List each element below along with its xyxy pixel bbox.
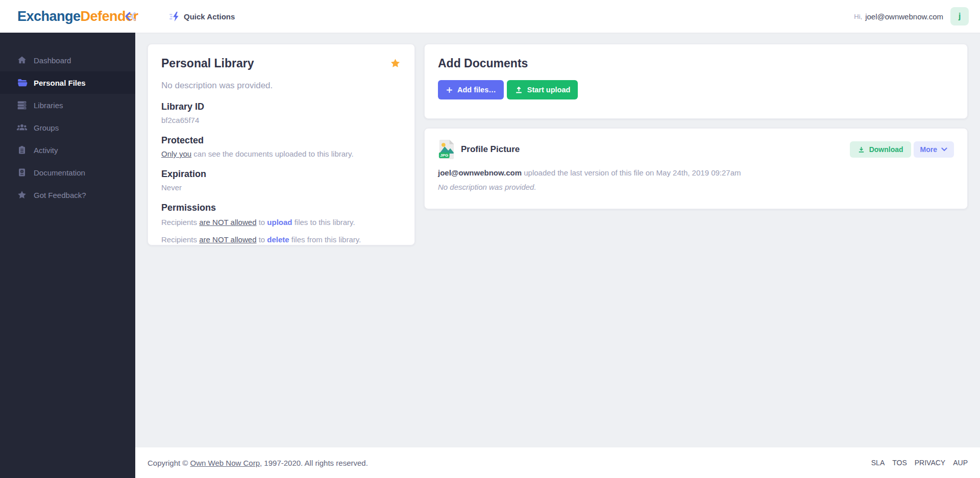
greeting-text: Hi, bbox=[854, 13, 862, 20]
sidebar-item-personal-files[interactable]: Personal Files bbox=[0, 71, 135, 94]
upload-permission-link[interactable]: upload bbox=[267, 218, 292, 227]
personal-library-card: Personal Library No description was prov… bbox=[148, 44, 415, 245]
permission-upload-line: Recipients are NOT allowed to upload fil… bbox=[161, 218, 401, 227]
perm-delete-mid: to bbox=[256, 235, 267, 244]
footer-link-aup[interactable]: AUP bbox=[953, 459, 968, 467]
sidebar-item-label: Dashboard bbox=[34, 56, 71, 65]
perm-upload-suffix: files to this library. bbox=[292, 218, 355, 227]
copyright-text: Copyright © Own Web Now Corp, 1997-2020.… bbox=[148, 459, 368, 467]
sidebar-collapse-button[interactable] bbox=[124, 11, 138, 21]
favorite-star-icon[interactable] bbox=[389, 58, 401, 69]
file-title: Profile Picture bbox=[461, 144, 520, 155]
avatar-initial: j bbox=[959, 11, 961, 21]
clipboard-icon bbox=[16, 144, 28, 156]
footer-link-sla[interactable]: SLA bbox=[871, 459, 885, 467]
logo-text-exchange: Exchange bbox=[17, 9, 81, 24]
file-upload-info-text: uploaded the last version of this file o… bbox=[522, 168, 741, 177]
user-email[interactable]: joel@ownwebnow.com bbox=[865, 12, 943, 21]
sidebar-item-activity[interactable]: Activity bbox=[0, 139, 135, 161]
stack-icon bbox=[16, 99, 28, 111]
sidebar-item-label: Activity bbox=[34, 146, 58, 155]
chevron-down-icon bbox=[941, 147, 947, 152]
exchangedefender-logo[interactable]: ExchangeDefender bbox=[17, 5, 112, 28]
perm-upload-mid: to bbox=[256, 218, 267, 227]
more-button[interactable]: More bbox=[914, 141, 954, 158]
sidebar-item-label: Groups bbox=[34, 123, 59, 132]
content: Personal Library No description was prov… bbox=[135, 33, 980, 447]
plus-icon bbox=[446, 86, 453, 94]
sidebar-item-libraries[interactable]: Libraries bbox=[0, 94, 135, 116]
file-description: No description was provided. bbox=[438, 183, 954, 191]
sidebar-item-label: Documentation bbox=[34, 168, 85, 177]
start-upload-label: Start upload bbox=[527, 86, 571, 94]
sidebar-item-label: Personal Files bbox=[34, 79, 86, 87]
start-upload-button[interactable]: Start upload bbox=[507, 80, 578, 99]
more-label: More bbox=[920, 145, 937, 154]
sidebar: Dashboard Personal Files bbox=[0, 33, 135, 478]
add-files-label: Add files… bbox=[457, 86, 496, 94]
home-icon bbox=[16, 55, 28, 66]
perm-delete-suffix: files from this library. bbox=[289, 235, 361, 244]
footer-links: SLA TOS PRIVACY AUP bbox=[871, 459, 968, 467]
chevron-double-left-icon bbox=[124, 11, 138, 21]
jpg-file-icon: JPG bbox=[438, 139, 455, 160]
perm-upload-underline: are NOT allowed bbox=[199, 218, 256, 227]
top-header: ExchangeDefender Quick Actions Hi, joel@… bbox=[0, 0, 980, 33]
expiration-heading: Expiration bbox=[161, 169, 401, 180]
sidebar-item-label: Libraries bbox=[34, 101, 63, 110]
avatar[interactable]: j bbox=[950, 7, 969, 26]
users-icon bbox=[16, 122, 28, 133]
sidebar-item-dashboard[interactable]: Dashboard bbox=[0, 49, 135, 71]
folder-open-icon bbox=[16, 77, 28, 88]
library-description: No description was provided. bbox=[161, 81, 401, 91]
file-row-card: JPG Profile Picture Download bbox=[424, 128, 968, 209]
permission-delete-line: Recipients are NOT allowed to delete fil… bbox=[161, 235, 401, 244]
perm-delete-prefix: Recipients bbox=[161, 235, 199, 244]
logo-text: ExchangeDefender bbox=[17, 9, 138, 24]
jpg-badge-text: JPG bbox=[440, 153, 448, 158]
copyright-prefix: Copyright © bbox=[148, 459, 190, 467]
footer-link-privacy[interactable]: PRIVACY bbox=[915, 459, 945, 467]
company-link[interactable]: Own Web Now Corp bbox=[190, 459, 260, 467]
footer-link-tos[interactable]: TOS bbox=[892, 459, 907, 467]
quick-actions-label: Quick Actions bbox=[184, 12, 235, 21]
download-button[interactable]: Download bbox=[850, 141, 911, 158]
library-id-value: bf2ca65f74 bbox=[161, 116, 401, 124]
protected-text-rest: can see the documents uploaded to this l… bbox=[191, 149, 353, 158]
perm-delete-underline: are NOT allowed bbox=[199, 235, 256, 244]
book-icon bbox=[16, 167, 28, 178]
add-documents-card: Add Documents Add files… Start upload bbox=[424, 44, 968, 119]
file-uploader-email: joel@ownwebnow.com bbox=[438, 168, 522, 177]
add-files-button[interactable]: Add files… bbox=[438, 80, 504, 99]
download-label: Download bbox=[869, 145, 903, 154]
library-id-heading: Library ID bbox=[161, 102, 401, 112]
protected-only-you-link[interactable]: Only you bbox=[161, 149, 191, 158]
upload-icon bbox=[514, 86, 523, 94]
star-icon bbox=[16, 189, 28, 200]
main-area: Personal Library No description was prov… bbox=[135, 33, 980, 478]
perm-upload-prefix: Recipients bbox=[161, 218, 199, 227]
delete-permission-link[interactable]: delete bbox=[267, 235, 289, 244]
sidebar-item-documentation[interactable]: Documentation bbox=[0, 161, 135, 184]
quick-actions-button[interactable]: Quick Actions bbox=[169, 11, 235, 22]
lightning-bolt-icon bbox=[169, 11, 180, 22]
right-column: Add Documents Add files… Start upload bbox=[424, 44, 968, 209]
protected-text: Only you can see the documents uploaded … bbox=[161, 149, 401, 158]
library-card-title: Personal Library bbox=[161, 57, 254, 70]
expiration-value: Never bbox=[161, 183, 401, 192]
app-root: ExchangeDefender Quick Actions Hi, joel@… bbox=[0, 0, 980, 478]
header-user-area: Hi, joel@ownwebnow.com j bbox=[854, 7, 969, 26]
sidebar-item-label: Got Feedback? bbox=[34, 191, 86, 199]
footer: Copyright © Own Web Now Corp, 1997-2020.… bbox=[135, 447, 980, 478]
file-upload-info: joel@ownwebnow.com uploaded the last ver… bbox=[438, 168, 954, 177]
add-documents-title: Add Documents bbox=[438, 57, 954, 70]
protected-heading: Protected bbox=[161, 135, 401, 146]
sidebar-item-got-feedback[interactable]: Got Feedback? bbox=[0, 184, 135, 206]
copyright-suffix: , 1997-2020. All rights reserved. bbox=[260, 459, 368, 467]
permissions-heading: Permissions bbox=[161, 203, 401, 213]
sidebar-item-groups[interactable]: Groups bbox=[0, 116, 135, 139]
download-icon bbox=[857, 146, 865, 154]
